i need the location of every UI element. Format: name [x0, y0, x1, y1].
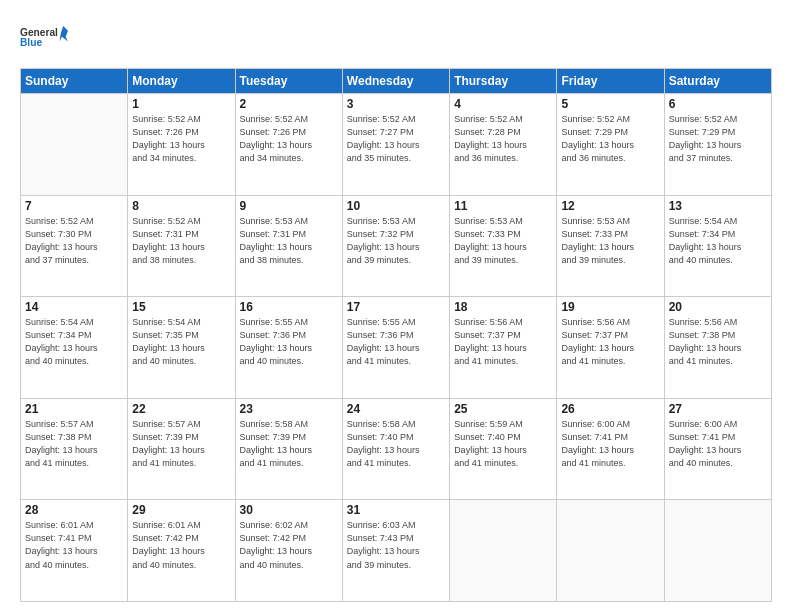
- calendar-cell: 26Sunrise: 6:00 AM Sunset: 7:41 PM Dayli…: [557, 398, 664, 500]
- day-info: Sunrise: 5:58 AM Sunset: 7:40 PM Dayligh…: [347, 418, 445, 470]
- day-info: Sunrise: 5:52 AM Sunset: 7:28 PM Dayligh…: [454, 113, 552, 165]
- day-number: 2: [240, 97, 338, 111]
- day-number: 11: [454, 199, 552, 213]
- day-info: Sunrise: 5:54 AM Sunset: 7:35 PM Dayligh…: [132, 316, 230, 368]
- calendar-cell: 7Sunrise: 5:52 AM Sunset: 7:30 PM Daylig…: [21, 195, 128, 297]
- day-number: 6: [669, 97, 767, 111]
- calendar-cell: [450, 500, 557, 602]
- day-number: 20: [669, 300, 767, 314]
- calendar-cell: 16Sunrise: 5:55 AM Sunset: 7:36 PM Dayli…: [235, 297, 342, 399]
- calendar-cell: 12Sunrise: 5:53 AM Sunset: 7:33 PM Dayli…: [557, 195, 664, 297]
- weekday-header-thursday: Thursday: [450, 69, 557, 94]
- day-number: 26: [561, 402, 659, 416]
- day-number: 5: [561, 97, 659, 111]
- day-number: 29: [132, 503, 230, 517]
- day-info: Sunrise: 5:56 AM Sunset: 7:37 PM Dayligh…: [561, 316, 659, 368]
- weekday-header-sunday: Sunday: [21, 69, 128, 94]
- day-info: Sunrise: 5:52 AM Sunset: 7:26 PM Dayligh…: [240, 113, 338, 165]
- calendar-cell: 8Sunrise: 5:52 AM Sunset: 7:31 PM Daylig…: [128, 195, 235, 297]
- day-info: Sunrise: 6:02 AM Sunset: 7:42 PM Dayligh…: [240, 519, 338, 571]
- day-info: Sunrise: 5:53 AM Sunset: 7:33 PM Dayligh…: [561, 215, 659, 267]
- calendar-cell: 5Sunrise: 5:52 AM Sunset: 7:29 PM Daylig…: [557, 94, 664, 196]
- svg-text:General: General: [20, 27, 58, 38]
- day-number: 19: [561, 300, 659, 314]
- calendar-header-row: SundayMondayTuesdayWednesdayThursdayFrid…: [21, 69, 772, 94]
- day-info: Sunrise: 6:01 AM Sunset: 7:42 PM Dayligh…: [132, 519, 230, 571]
- calendar-cell: [557, 500, 664, 602]
- day-number: 17: [347, 300, 445, 314]
- day-info: Sunrise: 5:52 AM Sunset: 7:27 PM Dayligh…: [347, 113, 445, 165]
- calendar-cell: 6Sunrise: 5:52 AM Sunset: 7:29 PM Daylig…: [664, 94, 771, 196]
- day-number: 13: [669, 199, 767, 213]
- calendar-cell: 9Sunrise: 5:53 AM Sunset: 7:31 PM Daylig…: [235, 195, 342, 297]
- calendar-week-5: 28Sunrise: 6:01 AM Sunset: 7:41 PM Dayli…: [21, 500, 772, 602]
- calendar-cell: 13Sunrise: 5:54 AM Sunset: 7:34 PM Dayli…: [664, 195, 771, 297]
- day-number: 8: [132, 199, 230, 213]
- svg-text:Blue: Blue: [20, 37, 42, 48]
- calendar-week-2: 7Sunrise: 5:52 AM Sunset: 7:30 PM Daylig…: [21, 195, 772, 297]
- logo: General Blue: [20, 18, 68, 58]
- calendar-cell: 10Sunrise: 5:53 AM Sunset: 7:32 PM Dayli…: [342, 195, 449, 297]
- day-number: 22: [132, 402, 230, 416]
- calendar-cell: 11Sunrise: 5:53 AM Sunset: 7:33 PM Dayli…: [450, 195, 557, 297]
- calendar-week-1: 1Sunrise: 5:52 AM Sunset: 7:26 PM Daylig…: [21, 94, 772, 196]
- calendar-cell: 20Sunrise: 5:56 AM Sunset: 7:38 PM Dayli…: [664, 297, 771, 399]
- day-info: Sunrise: 5:55 AM Sunset: 7:36 PM Dayligh…: [347, 316, 445, 368]
- header: General Blue: [20, 18, 772, 58]
- calendar-cell: 24Sunrise: 5:58 AM Sunset: 7:40 PM Dayli…: [342, 398, 449, 500]
- day-info: Sunrise: 5:54 AM Sunset: 7:34 PM Dayligh…: [25, 316, 123, 368]
- day-info: Sunrise: 5:58 AM Sunset: 7:39 PM Dayligh…: [240, 418, 338, 470]
- day-number: 30: [240, 503, 338, 517]
- day-number: 14: [25, 300, 123, 314]
- day-info: Sunrise: 5:53 AM Sunset: 7:33 PM Dayligh…: [454, 215, 552, 267]
- calendar-cell: [21, 94, 128, 196]
- weekday-header-saturday: Saturday: [664, 69, 771, 94]
- calendar-cell: 15Sunrise: 5:54 AM Sunset: 7:35 PM Dayli…: [128, 297, 235, 399]
- calendar-cell: 14Sunrise: 5:54 AM Sunset: 7:34 PM Dayli…: [21, 297, 128, 399]
- day-number: 15: [132, 300, 230, 314]
- logo-svg: General Blue: [20, 18, 68, 58]
- day-number: 23: [240, 402, 338, 416]
- calendar-cell: 22Sunrise: 5:57 AM Sunset: 7:39 PM Dayli…: [128, 398, 235, 500]
- calendar-cell: 23Sunrise: 5:58 AM Sunset: 7:39 PM Dayli…: [235, 398, 342, 500]
- day-number: 12: [561, 199, 659, 213]
- calendar-cell: 21Sunrise: 5:57 AM Sunset: 7:38 PM Dayli…: [21, 398, 128, 500]
- day-info: Sunrise: 5:52 AM Sunset: 7:30 PM Dayligh…: [25, 215, 123, 267]
- day-info: Sunrise: 5:52 AM Sunset: 7:29 PM Dayligh…: [669, 113, 767, 165]
- day-info: Sunrise: 6:00 AM Sunset: 7:41 PM Dayligh…: [561, 418, 659, 470]
- calendar-cell: 31Sunrise: 6:03 AM Sunset: 7:43 PM Dayli…: [342, 500, 449, 602]
- page: General Blue SundayMondayTuesdayWednesda…: [0, 0, 792, 612]
- weekday-header-monday: Monday: [128, 69, 235, 94]
- day-number: 25: [454, 402, 552, 416]
- day-info: Sunrise: 5:52 AM Sunset: 7:31 PM Dayligh…: [132, 215, 230, 267]
- calendar-week-4: 21Sunrise: 5:57 AM Sunset: 7:38 PM Dayli…: [21, 398, 772, 500]
- day-info: Sunrise: 5:57 AM Sunset: 7:38 PM Dayligh…: [25, 418, 123, 470]
- weekday-header-tuesday: Tuesday: [235, 69, 342, 94]
- calendar-cell: 28Sunrise: 6:01 AM Sunset: 7:41 PM Dayli…: [21, 500, 128, 602]
- day-info: Sunrise: 5:54 AM Sunset: 7:34 PM Dayligh…: [669, 215, 767, 267]
- calendar-cell: [664, 500, 771, 602]
- day-number: 4: [454, 97, 552, 111]
- day-number: 27: [669, 402, 767, 416]
- day-info: Sunrise: 5:53 AM Sunset: 7:32 PM Dayligh…: [347, 215, 445, 267]
- calendar-body: 1Sunrise: 5:52 AM Sunset: 7:26 PM Daylig…: [21, 94, 772, 602]
- day-number: 24: [347, 402, 445, 416]
- calendar-cell: 3Sunrise: 5:52 AM Sunset: 7:27 PM Daylig…: [342, 94, 449, 196]
- calendar-cell: 4Sunrise: 5:52 AM Sunset: 7:28 PM Daylig…: [450, 94, 557, 196]
- day-number: 16: [240, 300, 338, 314]
- day-number: 18: [454, 300, 552, 314]
- calendar-cell: 29Sunrise: 6:01 AM Sunset: 7:42 PM Dayli…: [128, 500, 235, 602]
- day-number: 7: [25, 199, 123, 213]
- day-info: Sunrise: 5:55 AM Sunset: 7:36 PM Dayligh…: [240, 316, 338, 368]
- day-info: Sunrise: 6:00 AM Sunset: 7:41 PM Dayligh…: [669, 418, 767, 470]
- day-info: Sunrise: 5:56 AM Sunset: 7:37 PM Dayligh…: [454, 316, 552, 368]
- day-info: Sunrise: 5:52 AM Sunset: 7:26 PM Dayligh…: [132, 113, 230, 165]
- calendar-cell: 18Sunrise: 5:56 AM Sunset: 7:37 PM Dayli…: [450, 297, 557, 399]
- day-info: Sunrise: 5:52 AM Sunset: 7:29 PM Dayligh…: [561, 113, 659, 165]
- day-info: Sunrise: 6:01 AM Sunset: 7:41 PM Dayligh…: [25, 519, 123, 571]
- weekday-header-friday: Friday: [557, 69, 664, 94]
- day-number: 3: [347, 97, 445, 111]
- day-info: Sunrise: 5:57 AM Sunset: 7:39 PM Dayligh…: [132, 418, 230, 470]
- day-number: 21: [25, 402, 123, 416]
- calendar-cell: 30Sunrise: 6:02 AM Sunset: 7:42 PM Dayli…: [235, 500, 342, 602]
